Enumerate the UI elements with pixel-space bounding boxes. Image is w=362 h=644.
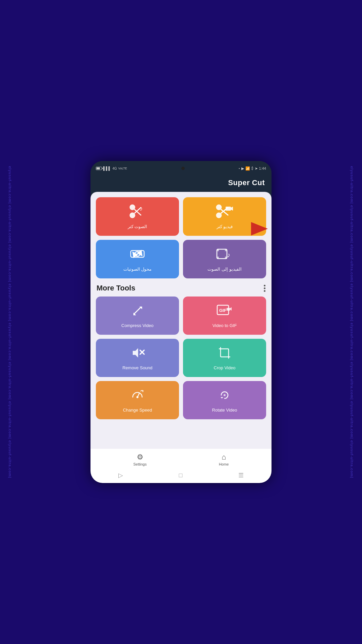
video-to-gif-icon: GIF xyxy=(216,303,233,320)
status-left: ▌▌▌ 4G VoLTE xyxy=(96,166,127,170)
svg-point-36 xyxy=(136,396,138,398)
video-cut-card[interactable]: فيديو كتر xyxy=(183,197,266,236)
more-tools-title: More Tools xyxy=(97,284,135,292)
notification-dot: ● xyxy=(239,167,240,169)
youtube-icon: ▶ xyxy=(241,166,244,171)
remove-sound-label: Remove Sound xyxy=(122,365,153,370)
svg-point-5 xyxy=(217,213,221,218)
network-type: 4G xyxy=(112,167,117,170)
back-nav-icon[interactable]: ▷ xyxy=(118,472,123,479)
svg-point-6 xyxy=(217,205,221,210)
change-speed-label: Change Speed xyxy=(123,408,152,413)
top-tools-grid: ♪ الصوت كتر xyxy=(96,197,266,278)
home-nav-label: Home xyxy=(219,462,229,466)
section-menu-dots[interactable] xyxy=(264,285,265,292)
audio-converter-label: محول الصوتيات xyxy=(123,267,152,272)
video-cut-icon xyxy=(216,204,234,221)
rotate-video-icon xyxy=(217,388,232,404)
video-to-audio-icon: ♪ xyxy=(216,247,234,263)
svg-marker-11 xyxy=(251,222,268,235)
settings-nav-item[interactable]: ⚙ Settings xyxy=(127,451,154,468)
compress-video-card[interactable]: Compress Video xyxy=(96,297,179,335)
main-content: ♪ الصوت كتر xyxy=(90,192,272,449)
change-speed-card[interactable]: Change Speed xyxy=(96,381,179,419)
svg-text:GIF: GIF xyxy=(219,308,227,313)
compress-video-icon xyxy=(130,303,145,320)
svg-line-21 xyxy=(134,311,137,314)
remove-sound-icon xyxy=(130,345,145,362)
more-tools-header: More Tools xyxy=(96,284,266,292)
svg-rect-25 xyxy=(227,308,230,311)
rotate-video-label: Rotate Video xyxy=(212,408,237,413)
svg-rect-14 xyxy=(217,249,219,251)
compress-video-label: Compress Video xyxy=(121,323,154,328)
svg-rect-15 xyxy=(217,257,219,259)
video-cut-label: فيديو كتر xyxy=(217,224,233,229)
crop-video-label: Crop Video xyxy=(214,365,236,370)
audio-cut-label: الصوت كتر xyxy=(128,224,147,229)
video-to-gif-card[interactable]: GIF Video to GIF xyxy=(183,297,266,335)
dot-3 xyxy=(264,290,265,292)
watermark-right: elyusuf-ultra.com| elyusuf-ultra.com| el… xyxy=(342,0,362,644)
video-to-audio-card[interactable]: ♪ الفيديو إلى الصوت xyxy=(183,240,266,278)
vo-indicator: VoLTE xyxy=(118,167,127,170)
status-bar: ▌▌▌ 4G VoLTE ● ▶ 📶 ₿ ➤ 1:44 xyxy=(90,161,272,176)
audio-converter-icon xyxy=(129,247,145,263)
change-speed-icon xyxy=(130,388,145,404)
battery-icon xyxy=(96,167,102,170)
svg-text:♪: ♪ xyxy=(140,205,143,212)
bitcoin-icon: ₿ xyxy=(251,166,253,170)
video-to-audio-label: الفيديو إلى الصوت xyxy=(207,267,241,272)
svg-marker-26 xyxy=(230,307,232,311)
svg-point-1 xyxy=(130,205,135,210)
rotate-video-card[interactable]: Rotate Video xyxy=(183,381,266,419)
svg-marker-27 xyxy=(133,348,138,358)
camera-dot xyxy=(181,167,185,170)
dot-2 xyxy=(264,287,265,289)
watermark-left: elyusuf-ultra.com| elyusuf-ultra.com| el… xyxy=(0,0,20,644)
settings-icon: ⚙ xyxy=(137,453,143,462)
home-nav-icon[interactable]: □ xyxy=(179,472,183,479)
time-display: 1:44 xyxy=(259,166,266,170)
crop-video-icon xyxy=(217,345,232,362)
svg-text:♪: ♪ xyxy=(227,251,230,259)
svg-marker-37 xyxy=(221,397,223,398)
app-header: Super Cut xyxy=(90,176,272,192)
phone-frame: ▌▌▌ 4G VoLTE ● ▶ 📶 ₿ ➤ 1:44 Super Cut xyxy=(90,161,272,483)
crop-video-card[interactable]: Crop Video xyxy=(183,339,266,377)
status-right: ● ▶ 📶 ₿ ➤ 1:44 xyxy=(239,166,266,171)
audio-converter-card[interactable]: محول الصوتيات xyxy=(96,240,179,278)
home-nav-item[interactable]: ⌂ Home xyxy=(212,451,235,468)
location-icon: ➤ xyxy=(255,166,258,171)
dot-1 xyxy=(264,285,265,286)
svg-rect-9 xyxy=(226,207,231,211)
arrow-indicator xyxy=(249,219,269,238)
signal-strength-icon: ▌▌▌ xyxy=(103,166,111,170)
svg-point-0 xyxy=(130,213,135,218)
svg-line-19 xyxy=(137,307,141,311)
status-center xyxy=(181,167,185,170)
home-icon: ⌂ xyxy=(222,453,226,462)
settings-nav-label: Settings xyxy=(133,462,147,466)
wifi-icon: 📶 xyxy=(245,166,250,171)
bottom-navigation: ⚙ Settings ⌂ Home xyxy=(90,449,272,469)
svg-point-38 xyxy=(224,394,226,396)
video-to-gif-label: Video to GIF xyxy=(213,323,237,328)
svg-rect-30 xyxy=(221,349,229,357)
svg-marker-10 xyxy=(231,207,233,211)
system-navigation: ▷ □ ☰ xyxy=(90,469,272,483)
app-title: Super Cut xyxy=(97,178,265,187)
audio-cut-card[interactable]: ♪ الصوت كتر xyxy=(96,197,179,236)
more-tools-grid: Compress Video GIF Video to GIF xyxy=(96,297,266,419)
remove-sound-card[interactable]: Remove Sound xyxy=(96,339,179,377)
audio-cut-icon: ♪ xyxy=(129,204,146,221)
menu-nav-icon[interactable]: ☰ xyxy=(238,472,244,479)
